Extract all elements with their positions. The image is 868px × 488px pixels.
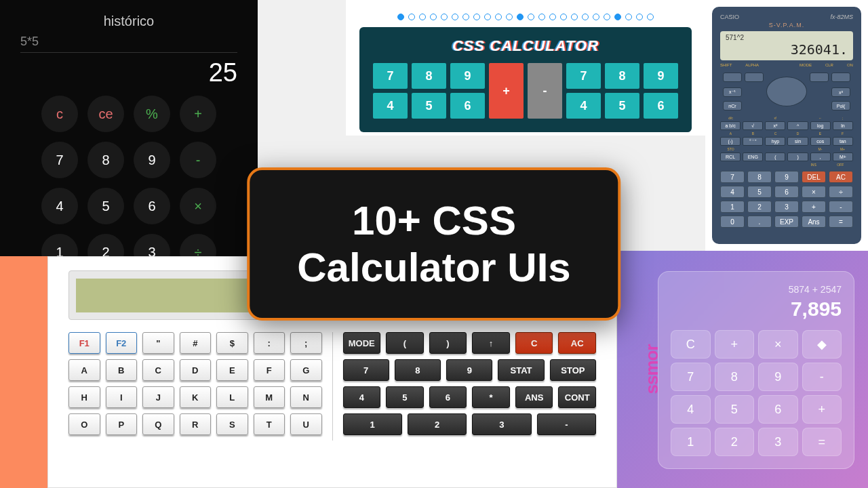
fn-ENG[interactable]: ENG bbox=[743, 152, 763, 161]
key-8[interactable]: 8 bbox=[715, 363, 755, 391]
key-J[interactable]: J bbox=[142, 386, 174, 408]
pagination-dot[interactable] bbox=[625, 14, 632, 20]
key-0[interactable]: 0 bbox=[720, 216, 745, 228]
fn-)[interactable]: ) bbox=[787, 152, 808, 161]
key-+[interactable]: + bbox=[802, 201, 826, 213]
pagination-dot[interactable] bbox=[549, 14, 556, 20]
key-6[interactable]: 6 bbox=[644, 93, 678, 119]
key-2[interactable]: 2 bbox=[747, 201, 772, 213]
key-C[interactable]: C bbox=[142, 359, 174, 381]
key-5[interactable]: 5 bbox=[87, 188, 124, 224]
pagination-dot[interactable] bbox=[484, 14, 491, 20]
pagination-dot[interactable] bbox=[593, 14, 599, 20]
pagination-dot[interactable] bbox=[397, 14, 404, 20]
key-G[interactable]: G bbox=[290, 359, 322, 381]
fn-tan[interactable]: tan bbox=[833, 137, 853, 146]
pagination-dot[interactable] bbox=[604, 14, 610, 20]
pol-button[interactable]: Pol( bbox=[831, 101, 850, 110]
key-B[interactable]: B bbox=[106, 359, 138, 381]
pagination-dot[interactable] bbox=[430, 14, 437, 20]
pagination-dot[interactable] bbox=[462, 14, 469, 20]
key-.[interactable]: . bbox=[747, 216, 772, 228]
key-4[interactable]: 4 bbox=[343, 386, 381, 408]
key-STOP[interactable]: STOP bbox=[550, 359, 596, 381]
fn-hyp[interactable]: hyp bbox=[765, 137, 785, 146]
key-9[interactable]: 9 bbox=[758, 363, 798, 391]
key-:[interactable]: : bbox=[254, 332, 285, 354]
key-C[interactable]: C bbox=[515, 332, 553, 354]
key-D[interactable]: D bbox=[180, 359, 212, 381]
key-4[interactable]: 4 bbox=[720, 186, 745, 198]
fn-([interactable]: ( bbox=[765, 152, 785, 161]
pagination-dot[interactable] bbox=[495, 14, 502, 20]
key-4[interactable]: 4 bbox=[41, 188, 78, 224]
fn-,[interactable]: , bbox=[810, 152, 831, 161]
key--[interactable]: - bbox=[528, 63, 562, 119]
fn-√[interactable]: √ bbox=[743, 121, 763, 130]
key--[interactable]: - bbox=[802, 363, 842, 391]
key-8[interactable]: 8 bbox=[605, 63, 639, 89]
key-9[interactable]: 9 bbox=[774, 171, 799, 183]
key-9[interactable]: 9 bbox=[134, 142, 170, 178]
key-F1[interactable]: F1 bbox=[68, 332, 100, 354]
key-◆[interactable]: ◆ bbox=[802, 330, 842, 359]
key-×[interactable]: × bbox=[802, 186, 826, 198]
key-*[interactable]: * bbox=[472, 386, 510, 408]
xcube-button[interactable]: x³ bbox=[831, 87, 850, 97]
mode-button[interactable] bbox=[810, 73, 829, 82]
xinv-button[interactable]: x⁻¹ bbox=[723, 87, 742, 97]
key-8[interactable]: 8 bbox=[747, 171, 772, 183]
key-AC[interactable]: AC bbox=[558, 332, 596, 354]
pagination-dot[interactable] bbox=[636, 14, 643, 20]
key-O[interactable]: O bbox=[68, 413, 100, 435]
key-6[interactable]: 6 bbox=[429, 386, 467, 408]
fn-(-)[interactable]: (-) bbox=[720, 137, 741, 146]
key-5[interactable]: 5 bbox=[386, 386, 424, 408]
key-C[interactable]: C bbox=[671, 330, 711, 359]
key--[interactable]: - bbox=[537, 413, 596, 435]
key-equals[interactable]: = bbox=[802, 428, 842, 456]
key-([interactable]: ( bbox=[386, 332, 424, 354]
key-"[interactable]: " bbox=[142, 332, 174, 354]
key-7[interactable]: 7 bbox=[566, 63, 601, 89]
key--[interactable]: - bbox=[829, 201, 853, 213]
key-$[interactable]: $ bbox=[216, 332, 248, 354]
key-6[interactable]: 6 bbox=[134, 188, 170, 224]
pagination-dot[interactable] bbox=[473, 14, 480, 20]
pagination-dot[interactable] bbox=[582, 14, 589, 20]
shift-button[interactable] bbox=[723, 73, 742, 82]
key-MODE[interactable]: MODE bbox=[343, 332, 381, 354]
key-F2[interactable]: F2 bbox=[106, 332, 138, 354]
pagination-dot[interactable] bbox=[408, 14, 415, 20]
key-+[interactable]: + bbox=[180, 96, 216, 132]
key-)[interactable]: ) bbox=[429, 332, 467, 354]
key-U[interactable]: U bbox=[290, 413, 322, 435]
key-↑[interactable]: ↑ bbox=[472, 332, 510, 354]
pagination-dot[interactable] bbox=[517, 14, 524, 20]
key--[interactable]: - bbox=[180, 142, 216, 178]
pagination-dot[interactable] bbox=[560, 14, 567, 20]
pagination-dot[interactable] bbox=[528, 14, 534, 20]
key-4[interactable]: 4 bbox=[671, 395, 711, 424]
key-2[interactable]: 2 bbox=[408, 413, 467, 435]
key-7[interactable]: 7 bbox=[720, 171, 745, 183]
key-8[interactable]: 8 bbox=[87, 142, 124, 178]
key-R[interactable]: R bbox=[180, 413, 212, 435]
key-÷[interactable]: ÷ bbox=[829, 186, 853, 198]
key-3[interactable]: 3 bbox=[472, 413, 531, 435]
key-I[interactable]: I bbox=[106, 386, 138, 408]
fn-M+[interactable]: M+ bbox=[833, 152, 853, 161]
key-L[interactable]: L bbox=[216, 386, 248, 408]
fn-cos[interactable]: cos bbox=[810, 137, 831, 146]
key-E[interactable]: E bbox=[216, 359, 248, 381]
key-7[interactable]: 7 bbox=[343, 359, 389, 381]
key-A[interactable]: A bbox=[68, 359, 100, 381]
key-7[interactable]: 7 bbox=[373, 63, 408, 89]
key-4[interactable]: 4 bbox=[373, 93, 408, 119]
pagination-dot[interactable] bbox=[506, 14, 513, 20]
pagination-dots[interactable] bbox=[359, 14, 692, 20]
key-3[interactable]: 3 bbox=[774, 201, 799, 213]
key-T[interactable]: T bbox=[254, 413, 285, 435]
key-6[interactable]: 6 bbox=[774, 186, 799, 198]
key-5[interactable]: 5 bbox=[412, 93, 446, 119]
